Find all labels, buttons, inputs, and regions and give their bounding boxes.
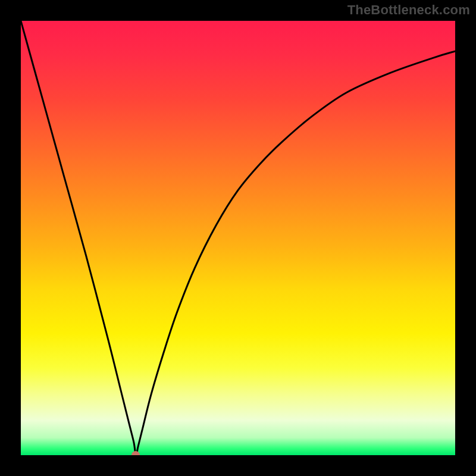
chart-frame: TheBottleneck.com <box>0 0 476 476</box>
bottleneck-curve-path <box>21 21 455 455</box>
curve-layer <box>21 21 455 455</box>
watermark-text: TheBottleneck.com <box>347 2 470 18</box>
minimum-marker <box>131 451 140 455</box>
plot-area <box>21 21 455 455</box>
